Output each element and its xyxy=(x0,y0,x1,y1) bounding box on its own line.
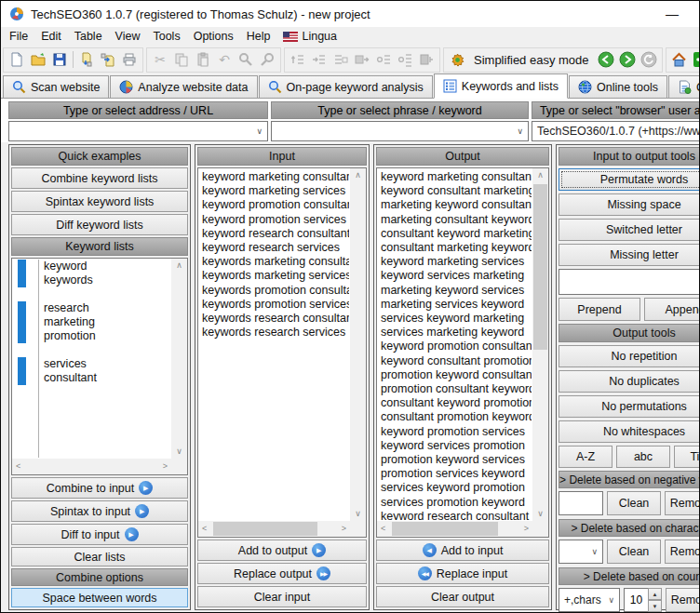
scroll-right-icon[interactable]: > xyxy=(524,525,529,533)
scrollbar-thumb[interactable] xyxy=(392,522,498,536)
switched-letter-button[interactable]: Switched letter xyxy=(559,219,700,241)
vertical-scrollbar[interactable]: ∧∨ xyxy=(350,168,366,521)
scroll-up-icon[interactable]: ∧ xyxy=(176,261,182,270)
combine-keyword-lists-button[interactable]: Combine keyword lists xyxy=(11,167,188,189)
spinner-down-icon[interactable]: ▼ xyxy=(648,600,662,612)
space-between-words-button[interactable]: Space between words xyxy=(11,588,188,607)
print-icon[interactable] xyxy=(121,51,138,68)
share-icon[interactable] xyxy=(693,51,700,68)
menu-table[interactable]: Table xyxy=(68,28,109,45)
no-whitespaces-button[interactable]: No whitespaces xyxy=(559,420,700,443)
chevron-down-icon[interactable]: ∨ xyxy=(591,547,598,556)
remove-characters-button[interactable]: Remove xyxy=(665,540,700,564)
negative-words-input[interactable] xyxy=(559,491,603,515)
permutate-words-button[interactable]: Permutate words xyxy=(559,168,700,191)
scroll-right-icon[interactable]: > xyxy=(342,525,346,533)
remove-count-button[interactable]: Remove xyxy=(666,588,700,612)
scroll-left-icon[interactable]: < xyxy=(202,525,207,533)
spintax-keyword-lists-button[interactable]: Spintax keyword lists xyxy=(11,191,188,212)
clear-input-button[interactable]: Clear input xyxy=(197,586,367,607)
diff-keyword-lists-button[interactable]: Diff keyword lists xyxy=(11,214,188,235)
scroll-left-icon[interactable]: < xyxy=(381,525,385,533)
menu-edit[interactable]: Edit xyxy=(34,28,68,45)
tidy-button[interactable]: Tidy xyxy=(674,446,700,468)
useragent-combobox[interactable]: TechSEO360/1.0.7 (+https://www.microsyst… xyxy=(532,121,700,141)
count-unit-combobox[interactable]: +,chars∨ xyxy=(559,588,620,612)
spinner-up-icon[interactable]: ▲ xyxy=(648,588,662,600)
url-combobox[interactable]: ∨ xyxy=(8,121,268,141)
tab-online-tools[interactable]: Online tools xyxy=(569,75,667,98)
tab-analyze-website-data[interactable]: Analyze website data xyxy=(110,75,257,98)
scroll-down-icon[interactable]: ∨ xyxy=(355,510,361,518)
phrase-combobox[interactable]: ∨ xyxy=(271,121,529,141)
scrollbar-thumb[interactable] xyxy=(533,184,547,350)
clean-negative-button[interactable]: Clean xyxy=(607,491,661,515)
tool-text-input[interactable] xyxy=(559,269,700,295)
input-lines[interactable]: keyword marketing consultantkeyword mark… xyxy=(202,170,349,520)
keyword-lists-content[interactable]: keywordkeywordsresearchmarketingpromotio… xyxy=(13,260,170,458)
scrollbar-thumb[interactable] xyxy=(213,522,317,536)
add-to-input-button[interactable]: ◀Add to input xyxy=(376,540,549,561)
missing-letter-button[interactable]: Missing letter xyxy=(559,244,700,266)
new-file-icon[interactable] xyxy=(8,51,25,68)
chevron-down-icon[interactable]: ∨ xyxy=(256,127,262,136)
clean-characters-button[interactable]: Clean xyxy=(607,540,661,564)
back-icon[interactable] xyxy=(598,51,614,68)
vertical-scrollbar[interactable]: ∧∨ xyxy=(171,259,187,459)
tab-create-sitemap[interactable]: Create sitemap xyxy=(668,75,700,98)
easy-mode-gear-icon[interactable] xyxy=(449,51,465,68)
no-repetition-button[interactable]: No repetition xyxy=(559,345,700,367)
open-project-icon[interactable] xyxy=(30,51,47,68)
combine-to-input-button[interactable]: Combine to input▶ xyxy=(11,477,188,499)
append-button[interactable]: Append xyxy=(644,298,700,321)
clear-output-button[interactable]: Clear output xyxy=(376,586,549,607)
sort-abc-button[interactable]: abc xyxy=(616,446,670,468)
clear-lists-button[interactable]: Clear lists xyxy=(11,547,188,566)
no-permutations-button[interactable]: No permutations xyxy=(559,395,700,418)
save-icon[interactable] xyxy=(51,51,68,68)
output-lines[interactable]: keyword marketing consultantkeyword cons… xyxy=(381,170,532,520)
count-value[interactable]: 10 xyxy=(624,588,648,612)
forward-icon[interactable] xyxy=(619,51,636,68)
replace-input-button[interactable]: ◀◀Replace input xyxy=(376,563,549,584)
easy-mode-label[interactable]: Simplified easy mode xyxy=(474,53,589,67)
phrase-column: Type or select phrase / keyword ∨ xyxy=(271,101,529,141)
replace-output-button[interactable]: Replace output▶▶ xyxy=(197,563,367,584)
chevron-down-icon[interactable]: ∨ xyxy=(608,595,614,605)
scroll-up-icon[interactable]: ∧ xyxy=(355,171,361,180)
spintax-to-input-button[interactable]: Spintax to input▶ xyxy=(11,500,188,522)
horizontal-scrollbar[interactable]: <> xyxy=(12,459,171,474)
prepend-button[interactable]: Prepend xyxy=(559,298,640,321)
sort-az-button[interactable]: A-Z xyxy=(559,446,612,468)
no-duplicates-button[interactable]: No duplicates xyxy=(559,370,700,393)
minimize-button[interactable]: — xyxy=(666,7,679,20)
menu-lingua[interactable]: Lingua xyxy=(276,28,343,45)
import-icon[interactable] xyxy=(78,51,95,68)
tab-keywords-and-lists[interactable]: Keywords and lists xyxy=(434,73,568,99)
menu-tools[interactable]: Tools xyxy=(146,28,186,45)
chevron-down-icon[interactable]: ∨ xyxy=(517,127,523,136)
scroll-down-icon[interactable]: ∨ xyxy=(537,510,544,518)
menu-file[interactable]: File xyxy=(3,28,34,45)
count-spinner[interactable]: 10 ▲▼ xyxy=(624,588,662,612)
menu-options[interactable]: Options xyxy=(187,28,240,45)
scroll-down-icon[interactable]: ∨ xyxy=(176,447,182,456)
scroll-left-icon[interactable]: < xyxy=(16,462,20,471)
menu-view[interactable]: View xyxy=(109,28,147,45)
tab-onpage-keyword-analysis[interactable]: On-page keyword analysis xyxy=(259,75,433,98)
keyword-group-marker xyxy=(18,260,26,287)
scroll-up-icon[interactable]: ∧ xyxy=(537,171,544,180)
scroll-right-icon[interactable]: > xyxy=(163,462,168,471)
add-to-output-button[interactable]: Add to output▶ xyxy=(197,540,367,561)
tab-scan-website[interactable]: Scan website xyxy=(3,75,109,98)
characters-combobox[interactable]: ∨ xyxy=(559,540,603,564)
input-editor[interactable]: keyword marketing consultantkeyword mark… xyxy=(197,167,367,538)
remove-negative-button[interactable]: Remove xyxy=(665,491,700,515)
diff-to-input-button[interactable]: Diff to input▶ xyxy=(11,524,188,545)
output-editor[interactable]: keyword marketing consultantkeyword cons… xyxy=(376,167,549,538)
export-icon[interactable] xyxy=(100,51,116,68)
home-icon[interactable] xyxy=(671,51,688,68)
menu-help[interactable]: Help xyxy=(240,28,277,45)
missing-space-button[interactable]: Missing space xyxy=(559,193,700,216)
keyword-lists-editor[interactable]: keywordkeywordsresearchmarketingpromotio… xyxy=(11,258,188,475)
